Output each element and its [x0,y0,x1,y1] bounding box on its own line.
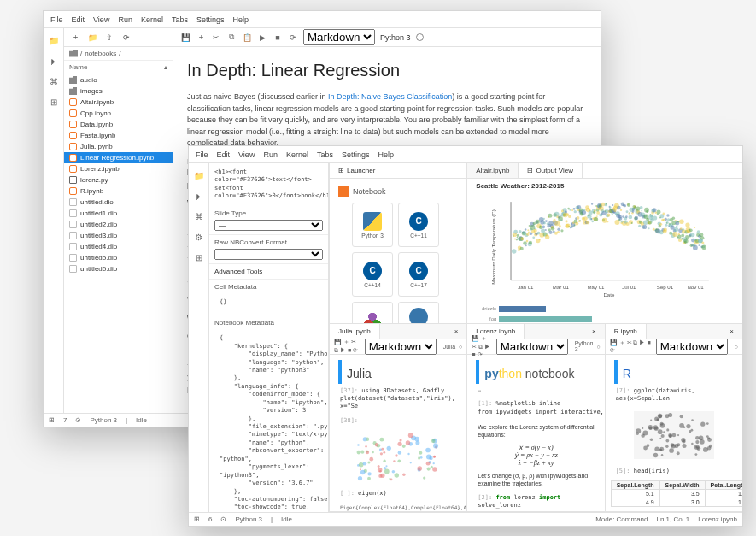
tab-julia[interactable]: Julia.ipynb [330,324,380,339]
cell-type-select[interactable]: Markdown [303,29,375,45]
run-icon[interactable]: ▶ [257,32,267,43]
column-header-name[interactable]: Name▴ [64,61,173,74]
svg-point-335 [694,227,696,228]
raw-nbconvert-select[interactable] [214,249,323,260]
copy-icon[interactable]: ⧉ [226,32,237,43]
svg-point-491 [642,430,648,435]
file-item[interactable]: untitled5.dio [64,252,173,263]
save-icon[interactable]: 💾 [180,32,190,43]
svg-point-481 [681,438,685,442]
tab-r[interactable]: R.ipynb [606,324,647,339]
svg-point-394 [378,474,382,478]
svg-point-228 [635,216,639,221]
svg-point-425 [367,477,371,480]
file-item[interactable]: untitled.dio [64,197,173,208]
file-item[interactable]: lorenz.py [64,174,173,186]
menu-tabs[interactable]: Tabs [172,15,188,24]
menu-view[interactable]: View [93,15,109,24]
running-tab-icon[interactable]: ⏵ [192,189,206,203]
svg-point-311 [679,220,684,225]
svg-point-26 [525,244,527,246]
launcher-c-14[interactable]: C++14 [352,252,393,297]
menu-kernel[interactable]: Kernel [286,150,308,159]
new-launcher-icon[interactable]: ＋ [69,32,81,44]
cell-type-select[interactable]: Markdown [365,339,437,355]
menu-settings[interactable]: Settings [196,15,225,24]
commands-tab-icon[interactable]: ⌘ [47,74,61,88]
kernel-indicator[interactable]: Python 3 [380,33,411,42]
folder-icon [69,50,78,57]
lorenz-equations: ẋ = σ(y − x) ẏ = ρx − y − xz ż = −βz + x… [472,442,599,468]
file-item[interactable]: untitled6.dio [64,263,173,274]
file-item[interactable]: untitled3.dio [64,230,173,241]
menu-run[interactable]: Run [118,15,132,24]
tab-altair[interactable]: Altair.ipynb [467,163,519,178]
file-item[interactable]: Lorenz.ipynb [64,163,173,174]
files-tab-icon[interactable]: 📁 [47,33,61,47]
add-cell-icon[interactable]: ＋ [196,32,206,43]
notebook-section-icon [338,186,349,197]
menu-file[interactable]: File [196,150,208,159]
svg-point-135 [583,216,588,221]
menu-settings[interactable]: Settings [342,150,370,159]
file-item[interactable]: untitled2.dio [64,219,173,230]
menu-view[interactable]: View [238,150,255,159]
launcher-c-17[interactable]: C++17 [398,252,439,297]
svg-point-372 [410,462,412,463]
file-item[interactable]: images [64,85,173,97]
cell-type-select[interactable]: Markdown [496,339,568,355]
menu-run[interactable]: Run [263,150,278,159]
advanced-tools-header[interactable]: Advanced Tools [209,264,328,280]
menu-help[interactable]: Help [378,150,394,159]
restart-icon[interactable]: ⟳ [288,32,298,43]
file-item[interactable]: untitled4.dio [64,241,173,252]
svg-point-429 [433,456,436,458]
menu-help[interactable]: Help [232,15,249,24]
svg-point-115 [574,224,576,226]
file-item[interactable]: untitled1.dio [64,208,173,219]
launcher-c-11[interactable]: C++11 [398,203,439,247]
file-item[interactable]: audio [64,74,173,85]
file-item[interactable]: Linear Regression.ipynb [64,152,173,163]
refresh-icon[interactable]: ⟳ [120,32,132,44]
cell-type-select[interactable]: Markdown [656,339,728,355]
svg-point-494 [677,451,680,455]
file-item[interactable]: Julia.ipynb [64,141,173,152]
file-item[interactable]: Fasta.ipynb [64,130,173,141]
svg-point-375 [398,442,402,446]
files-tab-icon[interactable]: 📁 [192,168,206,182]
menu-kernel[interactable]: Kernel [141,15,163,24]
svg-point-460 [658,414,662,418]
extensions-tab-icon[interactable]: ⚙ [192,230,206,244]
file-item[interactable]: R.ipynb [64,186,173,197]
menu-edit[interactable]: Edit [217,150,231,159]
file-item[interactable]: Cpp.ipynb [64,108,173,119]
breadcrumb[interactable]: / notebooks / [64,47,173,61]
launcher-julia-1-1-0[interactable]: Julia 1.1.0 [352,302,393,323]
running-tab-icon[interactable]: ⏵ [47,54,61,68]
slide-type-select[interactable]: — [214,220,323,231]
file-item[interactable]: Data.ipynb [64,119,173,130]
file-item[interactable]: Altair.ipynb [64,97,173,108]
commands-tab-icon[interactable]: ⌘ [192,209,206,223]
svg-point-469 [653,427,658,431]
launcher-python-3[interactable]: Python 3 [352,203,393,247]
menu-tabs[interactable]: Tabs [317,150,333,159]
upload-icon[interactable]: ⇧ [103,32,115,44]
txt-icon [69,209,77,217]
link-naive-bayes[interactable]: In Depth: Naive Bayes Classification [328,92,452,101]
notebook-metadata-json[interactable]: { "kernelspec": { "display_name": "Pytho… [214,329,323,512]
new-folder-icon[interactable]: 📁 [86,32,98,44]
tabs-tab-icon[interactable]: ⊞ [192,250,206,264]
tab-launcher[interactable]: ⊞ Launcher [330,163,384,178]
menu-file[interactable]: File [50,15,63,24]
menu-edit[interactable]: Edit [72,15,85,24]
stop-icon[interactable]: ■ [273,32,283,43]
svg-point-167 [601,203,606,207]
tab-output-view[interactable]: ⊞ Output View [519,163,582,178]
cut-icon[interactable]: ✂ [211,32,221,43]
paste-icon[interactable]: 📋 [242,32,252,43]
tabs-tab-icon[interactable]: ⊞ [47,95,61,109]
cell-metadata-value[interactable]: {} [214,293,323,311]
launcher-phylogenetics-python-3-7-[interactable]: phylogenetics (Python 3.7) [398,302,439,323]
